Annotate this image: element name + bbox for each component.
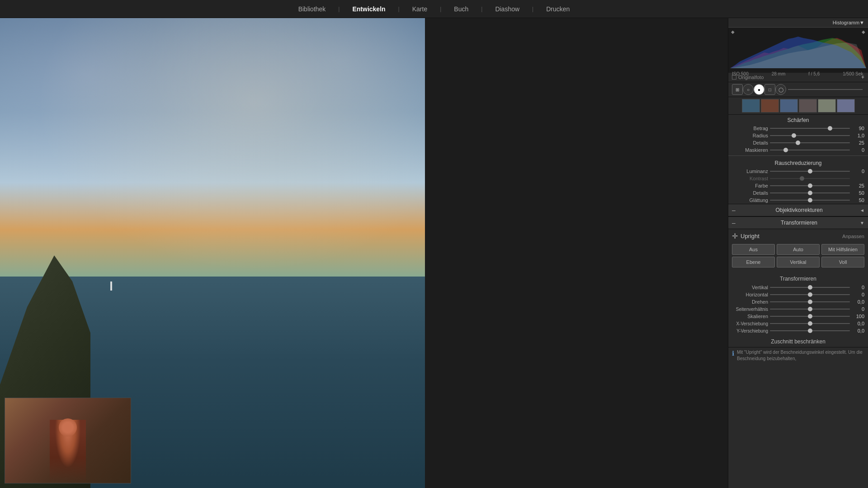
radius-slider[interactable] <box>770 135 850 136</box>
thumb-1[interactable] <box>742 99 760 113</box>
seitenverhaeltnis-thumb[interactable] <box>808 307 812 311</box>
farbe-row: Farbe 25 <box>728 182 868 189</box>
thumb-5[interactable] <box>818 99 836 113</box>
maskieren-thumb[interactable] <box>783 148 788 152</box>
skalieren-slider[interactable] <box>770 316 850 317</box>
drehen-value: 0,0 <box>852 299 864 305</box>
seitenverhaeltnis-row: Seitenverhältnis 0 <box>728 305 868 313</box>
radius-label: Radius <box>732 133 768 138</box>
histogram-title: Histogramm <box>833 20 859 25</box>
horizontal-thumb[interactable] <box>808 292 812 297</box>
seitenverhaeltnis-label: Seitenverhältnis <box>732 307 768 312</box>
upright-crosshair-icon[interactable]: ✛ <box>732 232 738 240</box>
vertikal-slider[interactable] <box>770 287 850 288</box>
farbe-value: 25 <box>852 183 864 188</box>
luminanz-slider[interactable] <box>770 171 850 172</box>
nav-diashow[interactable]: Diashow <box>491 4 523 14</box>
schaerfen-title: Schärfen <box>728 115 868 125</box>
nav-karte[interactable]: Karte <box>409 4 431 14</box>
betrag-thumb[interactable] <box>828 126 832 131</box>
upright-header-row: ✛ Upright Anpassen <box>732 232 864 240</box>
thumb-6[interactable] <box>837 99 855 113</box>
x-verschiebung-value: 0,0 <box>852 321 864 326</box>
histogram-corner-left[interactable]: ◆ <box>731 29 735 34</box>
x-verschiebung-label: X-Verschiebung <box>732 321 768 326</box>
objektivkorrekturen-header[interactable]: – Objektivkorrekturen ◄ <box>728 204 868 216</box>
details-schaerfen-slider[interactable] <box>770 142 850 143</box>
luminanz-value: 0 <box>852 169 864 174</box>
details-rausch-value: 50 <box>852 190 864 196</box>
upright-section: ✛ Upright Anpassen Aus Auto Mit Hilfslin… <box>728 229 868 272</box>
farbe-slider[interactable] <box>770 185 850 186</box>
info-icon: ℹ <box>732 350 734 357</box>
details-schaerfen-row: Details 25 <box>728 139 868 146</box>
vertikal-value: 0 <box>852 285 864 290</box>
transformieren-header[interactable]: – Transformieren ▼ <box>728 216 868 229</box>
maskieren-slider[interactable] <box>770 150 850 150</box>
grid-tool-btn[interactable]: ⊞ <box>732 84 743 95</box>
upright-ebene-btn[interactable]: Ebene <box>732 257 775 267</box>
x-verschiebung-slider[interactable] <box>770 323 850 324</box>
histogram-header[interactable]: Histogramm ▼ <box>728 18 868 28</box>
skalieren-row: Skalieren 100 <box>728 313 868 320</box>
photo-area <box>0 18 728 488</box>
betrag-row: Betrag 90 <box>728 125 868 132</box>
nav-buch[interactable]: Buch <box>450 4 472 14</box>
horizontal-slider[interactable] <box>770 294 850 295</box>
y-verschiebung-thumb[interactable] <box>808 328 812 333</box>
webcam-feed <box>5 398 131 483</box>
details-rausch-thumb[interactable] <box>808 191 812 195</box>
y-verschiebung-slider[interactable] <box>770 330 850 331</box>
square-tool-btn[interactable]: □ <box>764 84 775 95</box>
webcam-overlay <box>5 398 131 483</box>
circle-filled-tool-btn[interactable]: ● <box>754 84 764 95</box>
details-rausch-slider[interactable] <box>770 192 850 193</box>
oval-tool-btn[interactable]: ◯ <box>775 84 786 95</box>
transform-sliders-section: Transformieren Vertikal 0 Horizontal 0 D… <box>728 272 868 336</box>
nav-entwickeln[interactable]: Entwickeln <box>349 4 389 14</box>
histogram-corner-right[interactable]: ◆ <box>862 29 865 34</box>
farbe-thumb[interactable] <box>808 183 812 188</box>
skalieren-thumb[interactable] <box>808 314 812 319</box>
skalieren-value: 100 <box>852 314 864 319</box>
luminanz-thumb[interactable] <box>808 169 812 174</box>
upright-mit-hilfslinien-btn[interactable]: Mit Hilfslinien <box>821 244 864 255</box>
upright-aus-btn[interactable]: Aus <box>732 244 775 255</box>
seitenverhaeltnis-slider[interactable] <box>770 309 850 310</box>
drehen-slider[interactable] <box>770 301 850 302</box>
nav-bibliothek[interactable]: Bibliothek <box>295 4 330 14</box>
upright-voll-btn[interactable]: Voll <box>821 257 864 267</box>
x-verschiebung-thumb[interactable] <box>808 321 812 326</box>
thumb-2[interactable] <box>761 99 779 113</box>
circle-tool-btn[interactable]: ○ <box>743 84 754 95</box>
drehen-thumb[interactable] <box>808 300 812 304</box>
vertikal-thumb[interactable] <box>808 285 812 290</box>
nav-drucken[interactable]: Drucken <box>542 4 573 14</box>
cloud-layer <box>0 18 425 300</box>
info-text: Mit "Upright" wird der Beschneidungswink… <box>737 349 864 362</box>
drehen-row: Drehen 0,0 <box>728 298 868 305</box>
glaettung-thumb[interactable] <box>808 198 812 202</box>
upright-vertikal-btn[interactable]: Vertikal <box>777 257 820 267</box>
focal-length: 28 mm <box>772 71 786 76</box>
details-rausch-row: Details 50 <box>728 189 868 197</box>
iso-value: ISO 500 <box>732 71 749 76</box>
thumb-4[interactable] <box>799 99 817 113</box>
glaettung-slider[interactable] <box>770 200 850 201</box>
objektivkorrekturen-title: Objektivkorrekturen <box>776 207 823 213</box>
zuschnitt-label: Zuschnitt beschränken <box>771 338 826 345</box>
thumb-3[interactable] <box>780 99 798 113</box>
transformieren-minus-icon: – <box>732 219 738 226</box>
anpassen-label[interactable]: Anpassen <box>842 234 864 239</box>
radius-thumb[interactable] <box>792 133 796 138</box>
top-navigation-bar: Bibliothek | Entwickeln | Karte | Buch |… <box>0 0 868 18</box>
slider-tool[interactable] <box>788 89 863 90</box>
histogram-canvas <box>730 34 866 70</box>
vertikal-row: Vertikal 0 <box>728 284 868 291</box>
transformieren-title: Transformieren <box>781 220 817 226</box>
rauschreduzierung-title: Rauschreduzierung <box>728 158 868 168</box>
upright-auto-btn[interactable]: Auto <box>777 244 820 255</box>
details-schaerfen-thumb[interactable] <box>796 141 800 145</box>
glaettung-value: 50 <box>852 197 864 203</box>
betrag-slider[interactable] <box>770 128 850 129</box>
